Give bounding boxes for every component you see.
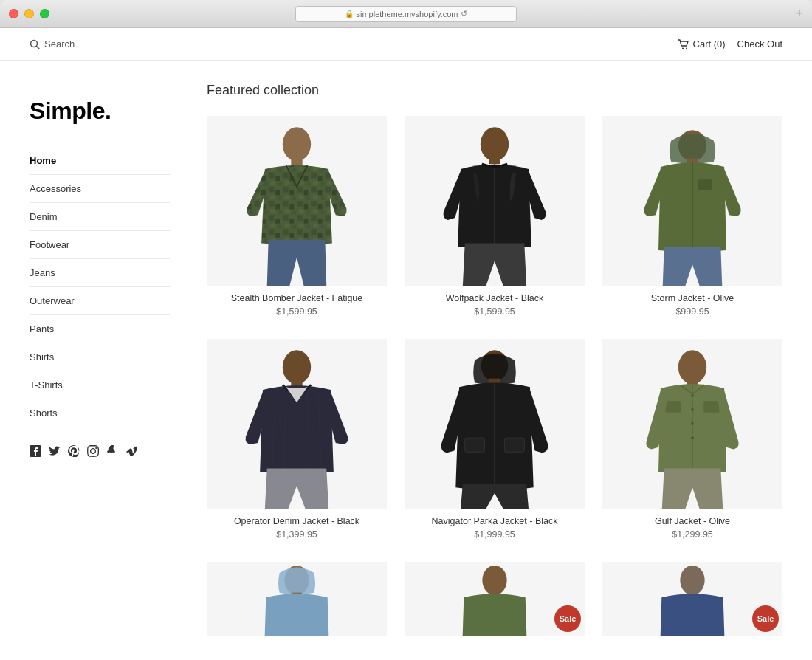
product-price-3: $999.95 [602, 306, 782, 317]
browser-buttons [9, 9, 49, 18]
content-area: Featured collection [192, 61, 782, 658]
product-name-2: Wolfpack Jacket - Black [405, 293, 585, 303]
product-image-8: Sale [405, 562, 585, 636]
product-name-1: Stealth Bomber Jacket - Fatigue [207, 293, 387, 303]
lock-icon: 🔒 [345, 10, 354, 18]
product-image-svg-5 [405, 339, 585, 509]
sidebar-item-shorts[interactable]: Shorts [30, 399, 170, 427]
main-container: Simple. Home Accessories Denim Footwear … [0, 61, 812, 658]
svg-point-30 [678, 350, 706, 384]
maximize-button[interactable] [40, 9, 49, 18]
product-card[interactable]: Gulf Jacket - Olive $1,299.95 [602, 339, 782, 540]
svg-point-43 [680, 566, 704, 595]
svg-rect-28 [465, 438, 485, 452]
product-image-svg-7 [207, 562, 387, 636]
svg-point-11 [481, 127, 509, 161]
cart-icon [678, 39, 689, 49]
site-title: Simple. [30, 83, 170, 125]
browser-content: Search Cart (0) Check Out Simple. [0, 28, 812, 660]
sale-badge-8: Sale [554, 605, 581, 632]
product-card[interactable]: Sale [405, 562, 585, 636]
vimeo-icon[interactable] [125, 445, 137, 460]
product-image-1 [207, 116, 387, 286]
product-name-3: Storm Jacket - Olive [602, 293, 782, 303]
twitter-icon[interactable] [49, 445, 61, 460]
checkout-link[interactable]: Check Out [737, 38, 782, 49]
svg-line-1 [37, 46, 40, 49]
close-button[interactable] [9, 9, 18, 18]
facebook-icon[interactable] [30, 445, 41, 460]
product-image-2 [405, 116, 585, 286]
svg-rect-18 [698, 179, 712, 190]
product-image-3 [602, 116, 782, 286]
product-image-svg-3 [602, 116, 782, 286]
browser-titlebar: 🔒 simpletheme.myshopify.com ↺ + [0, 0, 812, 28]
svg-rect-29 [504, 438, 524, 452]
product-card[interactable]: Navigator Parka Jacket - Black $1,999.95 [405, 339, 585, 540]
sidebar: Simple. Home Accessories Denim Footwear … [30, 61, 192, 658]
svg-point-34 [691, 408, 694, 411]
product-price-5: $1,999.95 [405, 529, 585, 540]
product-image-9: Sale [602, 562, 782, 636]
svg-point-3 [686, 47, 687, 49]
product-grid: Stealth Bomber Jacket - Fatigue $1,599.9… [207, 116, 782, 636]
svg-point-19 [283, 350, 311, 384]
product-name-4: Operator Denim Jacket - Black [207, 516, 387, 526]
product-card[interactable] [207, 562, 387, 636]
product-price-6: $1,299.95 [602, 529, 782, 540]
collection-title: Featured collection [207, 83, 782, 98]
sidebar-item-shirts[interactable]: Shirts [30, 343, 170, 371]
minimize-button[interactable] [24, 9, 34, 18]
product-image-6 [602, 339, 782, 509]
search-area[interactable]: Search [30, 38, 75, 49]
product-name-5: Navigator Parka Jacket - Black [405, 516, 585, 526]
product-card[interactable]: Sale [602, 562, 782, 636]
sidebar-item-outerwear[interactable]: Outerwear [30, 287, 170, 315]
svg-point-36 [691, 436, 694, 439]
sidebar-item-tshirts[interactable]: T-Shirts [30, 371, 170, 399]
product-card[interactable]: Stealth Bomber Jacket - Fatigue $1,599.9… [207, 116, 387, 317]
sale-badge-9: Sale [752, 605, 779, 632]
product-price-4: $1,399.95 [207, 529, 387, 540]
product-price-2: $1,599.95 [405, 306, 585, 317]
snapchat-icon[interactable] [106, 445, 118, 460]
sidebar-item-jeans[interactable]: Jeans [30, 259, 170, 287]
cart-link[interactable]: Cart (0) [678, 38, 726, 49]
search-label: Search [44, 38, 75, 49]
cart-label: Cart (0) [693, 38, 726, 49]
search-icon [30, 39, 40, 49]
social-icons [30, 445, 170, 460]
product-name-6: Gulf Jacket - Olive [602, 516, 782, 526]
product-price-1: $1,599.95 [207, 306, 387, 317]
product-image-4 [207, 339, 387, 509]
reload-icon[interactable]: ↺ [461, 9, 467, 18]
product-image-svg-4 [207, 339, 387, 509]
product-image-svg-6 [602, 339, 782, 509]
pinterest-icon[interactable] [68, 445, 80, 460]
nav-list: Home Accessories Denim Footwear Jeans Ou… [30, 147, 170, 427]
sidebar-item-accessories[interactable]: Accessories [30, 175, 170, 203]
sidebar-item-home[interactable]: Home [30, 147, 170, 175]
product-image-svg-2 [405, 116, 585, 286]
url-text: simpletheme.myshopify.com [357, 10, 458, 18]
svg-point-35 [691, 422, 694, 425]
product-card[interactable]: Wolfpack Jacket - Black $1,599.95 [405, 116, 585, 317]
product-image-7 [207, 562, 387, 636]
product-image-svg [207, 116, 387, 286]
site-header: Search Cart (0) Check Out [0, 28, 812, 61]
svg-rect-38 [703, 401, 719, 412]
sidebar-item-pants[interactable]: Pants [30, 315, 170, 343]
sidebar-item-footwear[interactable]: Footwear [30, 231, 170, 259]
instagram-icon[interactable] [87, 445, 99, 460]
header-right: Cart (0) Check Out [678, 38, 782, 49]
svg-point-2 [682, 47, 684, 49]
svg-point-9 [283, 127, 311, 161]
product-card[interactable]: Operator Denim Jacket - Black $1,399.95 [207, 339, 387, 540]
product-card[interactable]: Storm Jacket - Olive $999.95 [602, 116, 782, 317]
new-tab-button[interactable]: + [795, 6, 803, 21]
sidebar-item-denim[interactable]: Denim [30, 203, 170, 231]
svg-point-41 [482, 566, 506, 595]
url-bar[interactable]: 🔒 simpletheme.myshopify.com ↺ [295, 6, 517, 22]
product-image-5 [405, 339, 585, 509]
svg-rect-37 [666, 401, 681, 412]
